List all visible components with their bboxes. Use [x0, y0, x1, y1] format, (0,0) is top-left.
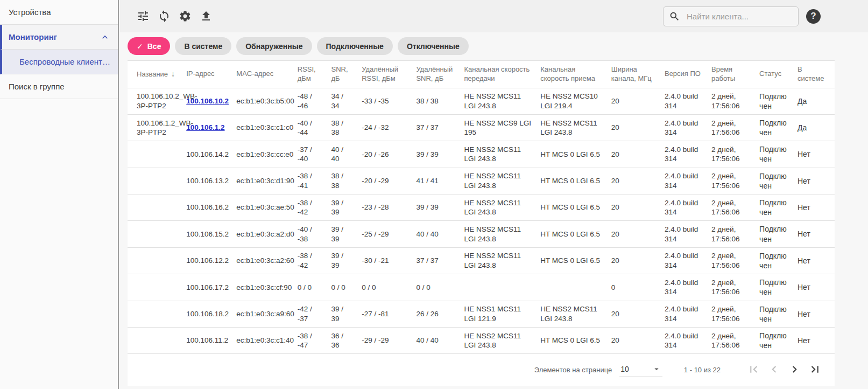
- settings-button[interactable]: [179, 10, 192, 23]
- cell-snr: 38 / 38: [327, 168, 357, 194]
- table-row: 100.106.17.2 ec:b1:e0:3c:cf:90 0 / 0 0 /…: [128, 274, 835, 301]
- chevron-left-icon: [767, 363, 781, 376]
- help-button[interactable]: ?: [806, 9, 821, 24]
- column-header-tx-rate[interactable]: Канальная скорость передачи: [460, 61, 536, 88]
- cell-mac: ec:b1:e0:3c:cf:90: [232, 274, 293, 301]
- cell-ip: 100.106.15.2: [182, 221, 232, 247]
- sidebar-item-monitoring[interactable]: Мониторинг: [0, 25, 118, 50]
- column-header-channel-width[interactable]: Ширина канала, МГц: [607, 61, 660, 88]
- search-input[interactable]: [687, 12, 793, 21]
- cell-rx-rate: HT MCS 0 LGI 6.5: [536, 247, 607, 274]
- cell-remote-snr: 40 / 40: [412, 221, 460, 247]
- next-page-button[interactable]: [784, 360, 805, 380]
- cell-tx-rate: HE NSS2 MCS11 LGI 243.8: [460, 194, 536, 221]
- cell-snr: 39 / 39: [327, 247, 357, 274]
- chip-in-system[interactable]: В системе: [175, 37, 231, 55]
- cell-channel-width: 20: [607, 194, 660, 221]
- cell-rx-rate: HT MCS 0 LGI 6.5: [536, 221, 607, 247]
- page-size-select[interactable]: 10: [619, 363, 662, 377]
- cell-in-system: Да: [793, 88, 835, 114]
- previous-page-button[interactable]: [764, 360, 784, 380]
- chevron-up-icon: [100, 32, 110, 43]
- cell-snr: 39 / 39: [327, 194, 357, 221]
- check-icon: ✓: [137, 42, 143, 51]
- table-row: 100.106.16.2 ec:b1:e0:3c:ae:50 -38 / -42…: [128, 194, 835, 221]
- cell-remote-snr: 26 / 26: [412, 301, 460, 327]
- column-header-snr[interactable]: SNR, дБ: [327, 61, 357, 88]
- column-header-name[interactable]: Название↓: [128, 61, 182, 88]
- cell-fw-version: 2.4.0 build 314: [660, 274, 707, 301]
- cell-channel-width: 20: [607, 301, 660, 327]
- cell-snr: 40 / 40: [327, 141, 357, 168]
- sidebar-item-devices[interactable]: Устройства: [0, 0, 118, 25]
- chip-connected[interactable]: Подключенные: [317, 37, 393, 55]
- refresh-button[interactable]: [158, 10, 171, 23]
- cell-remote-rssi: -30 / -21: [357, 247, 412, 274]
- column-header-remote-rssi[interactable]: Удалённый RSSI, дБм: [357, 61, 412, 88]
- client-table-body: 100.106.10.2_WB-3P-PTP2 100.106.10.2 ec:…: [128, 88, 835, 354]
- cell-snr: 0 / 0: [327, 274, 357, 301]
- first-page-button[interactable]: [743, 360, 764, 380]
- search-box[interactable]: [663, 6, 799, 26]
- sort-desc-icon: ↓: [171, 70, 175, 78]
- tune-filter-icon: [137, 10, 150, 23]
- cell-fw-version: 2.4.0 build 314: [660, 194, 707, 221]
- cell-fw-version: 2.4.0 build 314: [660, 247, 707, 274]
- cell-status: Подключен: [755, 327, 793, 353]
- cell-fw-version: 2.4.0 build 314: [660, 141, 707, 168]
- cell-rssi: -48 / -46: [293, 88, 327, 114]
- column-header-in-system[interactable]: В системе: [793, 61, 835, 88]
- sidebar-item-label: Поиск в группе: [9, 82, 65, 91]
- cell-mac: ec:b1:e0:3c:c1:40: [232, 327, 293, 353]
- cell-ip: 100.106.14.2: [182, 141, 232, 168]
- cell-rssi: -40 / -38: [293, 221, 327, 247]
- chip-disconnected[interactable]: Отключенные: [398, 37, 469, 55]
- cell-uptime: 2 дней, 17:56:06: [707, 327, 755, 353]
- items-per-page-label: Элементов на странице: [534, 366, 612, 374]
- sidebar-item-label: Мониторинг: [9, 32, 57, 41]
- cell-rx-rate: HT MCS 0 LGI 6.5: [536, 327, 607, 353]
- chip-discovered[interactable]: Обнаруженные: [236, 37, 312, 55]
- cell-in-system: Нет: [793, 194, 835, 221]
- filter-settings-button[interactable]: [137, 10, 150, 23]
- cell-remote-rssi: -29 / -29: [357, 327, 412, 353]
- cell-rssi: -37 / -40: [293, 141, 327, 168]
- table-row: 100.106.12.2 ec:b1:e0:3c:a2:60 -38 / -42…: [128, 247, 835, 274]
- cell-uptime: 2 дней, 17:56:06: [707, 141, 755, 168]
- column-header-mac[interactable]: MAC-адрес: [232, 61, 293, 88]
- cell-fw-version: 2.4.0 build 314: [660, 168, 707, 194]
- cell-remote-rssi: -20 / -29: [357, 168, 412, 194]
- sidebar-item-wireless-clients[interactable]: Беспроводные клиент…: [0, 50, 118, 74]
- column-header-ip[interactable]: IP-адрес: [182, 61, 232, 88]
- column-header-uptime[interactable]: Время работы: [707, 61, 755, 88]
- column-header-remote-snr[interactable]: Удалённый SNR, дБ: [412, 61, 460, 88]
- cell-mac: ec:b1:e0:3c:a9:60: [232, 301, 293, 327]
- cell-uptime: 2 дней, 17:56:06: [707, 274, 755, 301]
- cell-tx-rate: HE NSS2 MCS11 LGI 243.8: [460, 327, 536, 353]
- cell-name: [128, 301, 182, 327]
- chip-label: Все: [147, 42, 161, 51]
- cell-snr: 36 / 36: [327, 327, 357, 353]
- column-header-fw-version[interactable]: Версия ПО: [660, 61, 707, 88]
- cell-ip: 100.106.17.2: [182, 274, 232, 301]
- cell-rssi: -38 / -41: [293, 168, 327, 194]
- last-page-button[interactable]: [805, 360, 825, 380]
- cell-tx-rate: [460, 274, 536, 301]
- paginator: Элементов на странице 10 1 - 10 из 22: [128, 354, 835, 386]
- cell-remote-snr: 0 / 0: [412, 274, 460, 301]
- cell-status: Подключен: [755, 274, 793, 301]
- cell-rssi: -38 / -42: [293, 247, 327, 274]
- cell-channel-width: 20: [607, 88, 660, 114]
- clients-table-card: Название↓ IP-адрес MAC-адрес RSSI, дБм S…: [128, 60, 835, 386]
- chip-label: Подключенные: [326, 42, 384, 51]
- column-header-rx-rate[interactable]: Канальная скорость приема: [536, 61, 607, 88]
- sidebar-item-group-search[interactable]: Поиск в группе: [0, 74, 118, 99]
- settings-gear-icon: [179, 10, 192, 23]
- chip-all[interactable]: ✓ Все: [128, 37, 170, 55]
- upload-button[interactable]: [200, 10, 213, 23]
- cell-remote-snr: 38 / 38: [412, 88, 460, 114]
- column-header-status[interactable]: Статус: [755, 61, 793, 88]
- column-header-rssi[interactable]: RSSI, дБм: [293, 61, 327, 88]
- cell-name: [128, 168, 182, 194]
- cell-mac: ec:b1:e0:3c:d1:90: [232, 168, 293, 194]
